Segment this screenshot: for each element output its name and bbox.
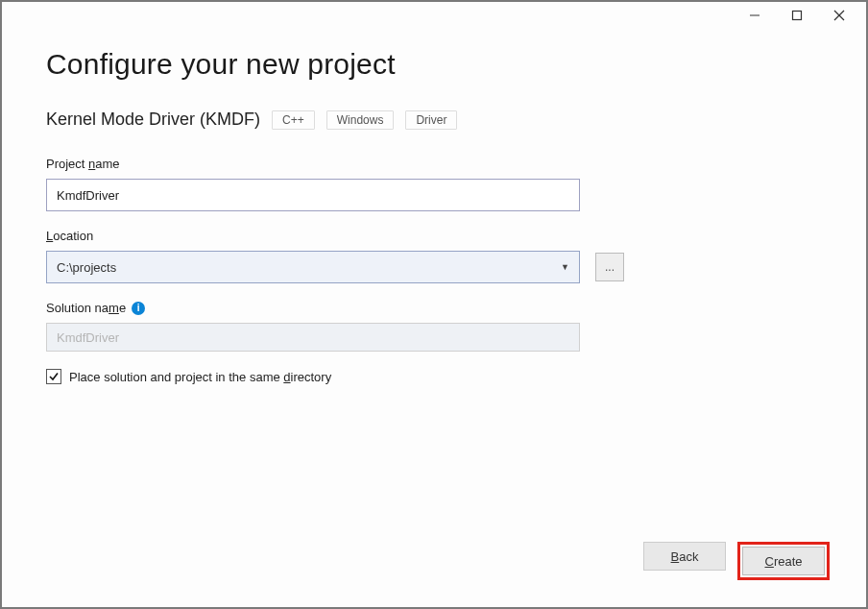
ellipsis-icon: ... bbox=[605, 260, 615, 274]
create-button-highlight: Create bbox=[737, 542, 830, 580]
tag-windows: Windows bbox=[326, 110, 395, 130]
page-title: Configure your new project bbox=[46, 48, 822, 81]
checkmark-icon bbox=[48, 371, 60, 382]
solution-name-group: Solution name i KmdfDriver bbox=[46, 301, 822, 352]
minimize-button[interactable] bbox=[734, 2, 776, 29]
close-icon bbox=[833, 10, 845, 21]
location-group: Location C:\projects ▼ ... bbox=[46, 229, 822, 283]
svg-rect-1 bbox=[793, 12, 802, 20]
maximize-button[interactable] bbox=[776, 2, 818, 29]
footer-buttons: Back Create bbox=[643, 542, 830, 580]
same-directory-checkbox[interactable] bbox=[46, 369, 61, 384]
content-area: Configure your new project Kernel Mode D… bbox=[2, 29, 866, 384]
location-label: Location bbox=[46, 229, 822, 243]
info-icon[interactable]: i bbox=[132, 302, 145, 315]
location-value: C:\projects bbox=[57, 260, 116, 275]
back-button[interactable]: Back bbox=[643, 542, 726, 571]
project-name-label: Project name bbox=[46, 157, 822, 171]
close-button[interactable] bbox=[818, 2, 860, 29]
browse-button[interactable]: ... bbox=[595, 253, 624, 281]
project-name-input[interactable] bbox=[46, 179, 580, 211]
tag-driver: Driver bbox=[405, 110, 457, 130]
same-directory-label: Place solution and project in the same d… bbox=[69, 370, 331, 384]
template-row: Kernel Mode Driver (KMDF) C++ Windows Dr… bbox=[46, 110, 822, 130]
minimize-icon bbox=[749, 10, 760, 21]
template-name: Kernel Mode Driver (KMDF) bbox=[46, 110, 260, 130]
solution-name-label: Solution name i bbox=[46, 301, 822, 315]
same-directory-row: Place solution and project in the same d… bbox=[46, 369, 822, 384]
titlebar bbox=[2, 2, 866, 29]
solution-name-input: KmdfDriver bbox=[46, 323, 580, 352]
maximize-icon bbox=[791, 10, 803, 21]
project-name-group: Project name bbox=[46, 157, 822, 211]
tag-cpp: C++ bbox=[272, 110, 315, 130]
create-button[interactable]: Create bbox=[742, 547, 825, 575]
chevron-down-icon: ▼ bbox=[561, 262, 569, 272]
location-combo[interactable]: C:\projects ▼ bbox=[46, 251, 580, 283]
